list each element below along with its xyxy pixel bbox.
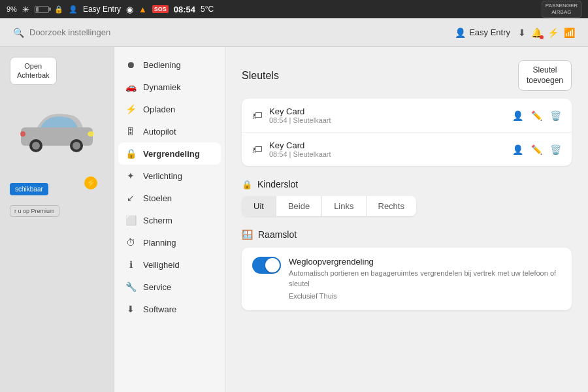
passenger-airbag: PASSENGER AIRBAG xyxy=(542,1,581,17)
topbar-temp: 5°C xyxy=(201,5,214,14)
sidebar-item-opladen[interactable]: ⚡ Opladen xyxy=(114,98,225,120)
raamslot-header: 🪟 Raamslot xyxy=(242,229,572,240)
kinderslot-option-links[interactable]: Links xyxy=(322,196,366,216)
kinderslot-option-beide[interactable]: Beide xyxy=(276,196,322,216)
nav-label-service: Service xyxy=(143,282,171,292)
bluetooth-icon: ⚡ xyxy=(547,27,559,38)
nav-label-autopilot: Autopilot xyxy=(143,127,176,137)
nav-label-bediening: Bediening xyxy=(143,60,181,70)
key-name-1: Key Card xyxy=(269,140,506,150)
sidebar-nav: ⏺ Bediening 🚗 Dynamiek ⚡ Opladen 🎛 Autop… xyxy=(114,47,225,392)
kinderslot-option-uit[interactable]: Uit xyxy=(242,196,276,216)
wegloop-toggle-row: Wegloopvergrendeling Automatisch portier… xyxy=(242,248,572,310)
raamslot-icon: 🪟 xyxy=(242,229,253,240)
key-item-1: 🏷 Key Card 08:54 | Sleutelkaart 👤 ✏️ 🗑️ xyxy=(242,133,572,166)
scherm-icon: ⬜ xyxy=(125,215,137,225)
car-ui: 🔍 👤 Easy Entry ⬇ 🔔 ⚡ 📶 Open Achterbak xyxy=(0,18,588,392)
sidebar-item-planning[interactable]: ⏱ Planning xyxy=(114,231,225,253)
sidebar-item-verlichting[interactable]: ✦ Verlichting xyxy=(114,165,225,187)
kinderslot-section: 🔒 Kinderslot UitBeideLinksRechts xyxy=(242,179,572,216)
kinderslot-option-rechts[interactable]: Rechts xyxy=(367,196,416,216)
key-actions-1: 👤 ✏️ 🗑️ xyxy=(512,144,561,155)
nav-label-dynamiek: Dynamiek xyxy=(143,82,181,92)
toggle-text: Wegloopvergrendeling Automatisch portier… xyxy=(289,257,561,301)
sidebar-item-autopilot[interactable]: 🎛 Autopilot xyxy=(114,120,225,142)
download-icon: ⬇ xyxy=(518,27,526,38)
topbar-profile-name: Easy Entry xyxy=(83,5,121,14)
sidebar-item-stoelen[interactable]: ↙ Stoelen xyxy=(114,187,225,209)
nav-label-veiligheid: Veiligheid xyxy=(143,260,180,270)
nav-label-vergrendeling: Vergrendeling xyxy=(143,149,200,159)
kinderslot-title: Kinderslot xyxy=(257,179,298,189)
key-edit-icon-1[interactable]: ✏️ xyxy=(531,144,542,155)
search-input[interactable] xyxy=(29,27,448,37)
stoelen-icon: ↙ xyxy=(125,193,137,203)
svg-point-4 xyxy=(73,142,80,150)
key-person-icon-1[interactable]: 👤 xyxy=(512,144,523,155)
key-actions-0: 👤 ✏️ 🗑️ xyxy=(512,110,561,121)
sos-badge: SOS xyxy=(152,5,169,13)
available-badge: schikbaar xyxy=(10,183,48,195)
profile-person-icon: 👤 xyxy=(455,27,466,38)
planning-icon: ⏱ xyxy=(125,237,137,248)
charging-icon: ⚡ xyxy=(84,176,97,189)
settings-content: Sleutels Sleutel toevoegen 🏷 Key Card 08… xyxy=(225,47,588,392)
sidebar-item-vergrendeling[interactable]: 🔒 Vergrendeling xyxy=(118,142,221,165)
toggle-desc: Automatisch portieren en bagageruimtes v… xyxy=(289,269,561,289)
raamslot-title: Raamslot xyxy=(258,229,297,240)
lock-icon: 🔒 xyxy=(54,5,63,14)
key-delete-icon-1[interactable]: 🗑️ xyxy=(550,144,561,155)
key-edit-icon-0[interactable]: ✏️ xyxy=(531,110,542,121)
premium-badge: r u op Premium xyxy=(10,205,59,217)
nav-label-scherm: Scherm xyxy=(143,216,172,225)
keys-container: 🏷 Key Card 08:54 | Sleutelkaart 👤 ✏️ 🗑️ … xyxy=(242,99,572,166)
key-card-icon-0: 🏷 xyxy=(252,110,263,122)
signal-icon: 📶 xyxy=(564,27,575,38)
profile-icon-top: 👤 xyxy=(69,5,78,14)
sleutels-header: Sleutels Sleutel toevoegen xyxy=(242,60,572,91)
bell-icon: 🔔 xyxy=(531,27,542,38)
search-icon: 🔍 xyxy=(13,27,24,38)
svg-point-2 xyxy=(32,142,40,150)
sleutels-title: Sleutels xyxy=(242,70,279,82)
car-image xyxy=(14,91,99,170)
search-input-wrap: 🔍 xyxy=(13,27,448,38)
nav-label-opladen: Opladen xyxy=(143,105,175,114)
search-bar: 🔍 👤 Easy Entry ⬇ 🔔 ⚡ 📶 xyxy=(0,18,588,47)
sidebar-item-service[interactable]: 🔧 Service xyxy=(114,276,225,298)
software-icon: ⬇ xyxy=(125,304,137,314)
svg-point-6 xyxy=(20,131,25,137)
toggle-label: Wegloopvergrendeling xyxy=(289,257,561,267)
svg-point-5 xyxy=(88,131,94,137)
key-meta-1: 08:54 | Sleutelkaart xyxy=(269,150,506,158)
bediening-icon: ⏺ xyxy=(125,59,137,70)
key-person-icon-0[interactable]: 👤 xyxy=(512,110,523,121)
nav-label-planning: Planning xyxy=(143,238,176,248)
sidebar-item-software[interactable]: ⬇ Software xyxy=(114,298,225,320)
kinderslot-lock-icon: 🔒 xyxy=(242,180,252,189)
sidebar-item-scherm[interactable]: ⬜ Scherm xyxy=(114,209,225,231)
sidebar-item-veiligheid[interactable]: ℹ Veiligheid xyxy=(114,253,225,276)
service-icon: 🔧 xyxy=(125,282,137,292)
sidebar-item-dynamiek[interactable]: 🚗 Dynamiek xyxy=(114,76,225,98)
circle-icon: ◉ xyxy=(126,5,133,14)
dynamiek-icon: 🚗 xyxy=(125,82,137,92)
key-info-1: Key Card 08:54 | Sleutelkaart xyxy=(269,140,506,158)
autopilot-icon: 🎛 xyxy=(125,126,137,137)
wegloop-toggle[interactable] xyxy=(252,257,281,274)
topbar-time: 08:54 xyxy=(174,5,195,14)
sidebar-item-bediening[interactable]: ⏺ Bediening xyxy=(114,54,225,76)
mac-topbar: 9% ✳ 🔒 👤 Easy Entry ◉ ▲ SOS 08:54 5°C PA… xyxy=(0,0,588,18)
battery-pct: 9% xyxy=(7,5,17,13)
raamslot-section: 🪟 Raamslot Wegloopvergrendeling Automati… xyxy=(242,229,572,310)
key-delete-icon-0[interactable]: 🗑️ xyxy=(550,110,561,121)
profile-label: 👤 Easy Entry xyxy=(455,27,510,38)
add-key-button[interactable]: Sleutel toevoegen xyxy=(518,60,572,91)
toggle-knob xyxy=(265,258,280,272)
key-item-0: 🏷 Key Card 08:54 | Sleutelkaart 👤 ✏️ 🗑️ xyxy=(242,99,572,133)
car-panel: Open Achterbak xyxy=(0,47,114,392)
warning-icon: ▲ xyxy=(139,5,147,14)
nav-label-stoelen: Stoelen xyxy=(143,193,172,203)
veiligheid-icon: ℹ xyxy=(125,259,137,270)
open-trunk-button[interactable]: Open Achterbak xyxy=(10,57,57,85)
